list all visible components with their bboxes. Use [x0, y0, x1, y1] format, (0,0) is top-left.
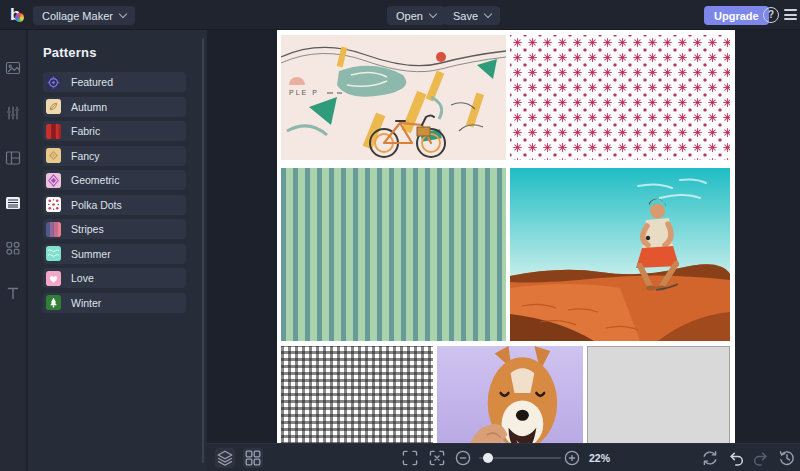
summer-thumbnail-icon: [46, 246, 61, 261]
pattern-category-list: Featured Autumn Fabric: [43, 72, 186, 313]
layouts-icon[interactable]: [5, 150, 21, 166]
collage-cell-doodle-art[interactable]: PLE P: [281, 35, 506, 160]
menu-icon[interactable]: [784, 9, 797, 23]
category-label: Love: [71, 272, 94, 284]
zoom-out-icon[interactable]: [454, 449, 472, 467]
category-label: Fancy: [71, 150, 100, 162]
layers-icon[interactable]: [215, 448, 235, 468]
category-label: Stripes: [71, 223, 104, 235]
winter-thumbnail-icon: [46, 295, 61, 310]
open-button[interactable]: Open: [387, 6, 445, 25]
edit-sliders-icon[interactable]: [5, 105, 21, 121]
save-label: Save: [453, 10, 478, 22]
redo-icon[interactable]: [752, 449, 770, 467]
panel-scrollbar[interactable]: [202, 38, 204, 463]
bottom-toolbar: 22%: [207, 443, 800, 471]
zoom-level-value: 22%: [589, 452, 610, 464]
category-label: Polka Dots: [71, 199, 122, 211]
tool-rail: [0, 30, 27, 471]
pattern-category-featured[interactable]: Featured: [43, 72, 186, 92]
stripes-thumbnail-icon: [46, 222, 61, 237]
collage-cell-man-on-dune[interactable]: [510, 168, 730, 341]
polka-dots-thumbnail-icon: [46, 197, 61, 212]
pattern-category-love[interactable]: Love: [43, 268, 186, 288]
category-label: Winter: [71, 297, 101, 309]
chevron-down-icon: [429, 9, 437, 17]
collage-page: PLE P: [277, 30, 735, 443]
fit-screen-icon[interactable]: [428, 449, 446, 467]
pattern-category-autumn[interactable]: Autumn: [43, 97, 186, 117]
love-thumbnail-icon: [46, 271, 61, 286]
fancy-thumbnail-icon: [46, 148, 61, 163]
mural-text: PLE P: [289, 89, 319, 96]
pattern-category-winter[interactable]: Winter: [43, 293, 186, 313]
graphics-icon[interactable]: [5, 240, 21, 256]
collage-maker-app: b Collage Maker Open Save Upgrade ?: [0, 0, 800, 471]
fullscreen-icon[interactable]: [401, 449, 419, 467]
fabric-thumbnail-icon: [46, 124, 61, 139]
reset-icon[interactable]: [701, 449, 719, 467]
logo-color-wheel-icon: [15, 13, 24, 22]
pattern-category-fancy[interactable]: Fancy: [43, 146, 186, 166]
zoom-slider-handle[interactable]: [483, 453, 493, 463]
zoom-in-icon[interactable]: [563, 449, 581, 467]
collage-cell-shiba-dog[interactable]: [437, 346, 583, 443]
collage-maker-label: Collage Maker: [42, 10, 113, 22]
history-icon[interactable]: [778, 449, 796, 467]
save-button[interactable]: Save: [444, 6, 500, 25]
top-bar: b Collage Maker Open Save Upgrade ?: [0, 0, 800, 30]
category-label: Summer: [71, 248, 111, 260]
category-label: Geometric: [71, 174, 119, 186]
category-label: Featured: [71, 76, 113, 88]
pattern-category-polka-dots[interactable]: Polka Dots: [43, 195, 186, 215]
collage-cell-empty[interactable]: [587, 346, 730, 443]
collage-cell-snowflake-pattern[interactable]: [510, 35, 730, 160]
panel-title: Patterns: [43, 45, 207, 60]
autumn-thumbnail-icon: [46, 99, 61, 114]
open-label: Open: [396, 10, 423, 22]
featured-thumbnail-icon: [46, 75, 61, 90]
collage-cell-teal-stripes[interactable]: [281, 168, 506, 341]
undo-icon[interactable]: [727, 449, 745, 467]
category-label: Fabric: [71, 125, 100, 137]
pattern-category-summer[interactable]: Summer: [43, 244, 186, 264]
befunky-logo-icon[interactable]: b: [10, 4, 28, 26]
category-label: Autumn: [71, 101, 107, 113]
pattern-category-fabric[interactable]: Fabric: [43, 121, 186, 141]
patterns-panel: Patterns Featured Autumn: [28, 30, 207, 471]
help-icon[interactable]: ?: [763, 7, 779, 23]
chevron-down-icon: [119, 9, 127, 17]
pattern-category-geometric[interactable]: Geometric: [43, 170, 186, 190]
text-icon[interactable]: [5, 285, 21, 301]
image-manager-icon[interactable]: [5, 60, 21, 76]
patterns-icon-active[interactable]: [5, 195, 21, 211]
canvas-area: PLE P: [207, 30, 800, 443]
upgrade-label: Upgrade: [714, 10, 759, 22]
grid-view-icon[interactable]: [243, 448, 263, 468]
geometric-thumbnail-icon: [46, 173, 61, 188]
chevron-down-icon: [484, 9, 492, 17]
pattern-category-stripes[interactable]: Stripes: [43, 219, 186, 239]
upgrade-button[interactable]: Upgrade: [704, 6, 769, 25]
collage-maker-menu-button[interactable]: Collage Maker: [33, 6, 135, 25]
collage-cell-gingham-plaid[interactable]: [281, 346, 433, 443]
